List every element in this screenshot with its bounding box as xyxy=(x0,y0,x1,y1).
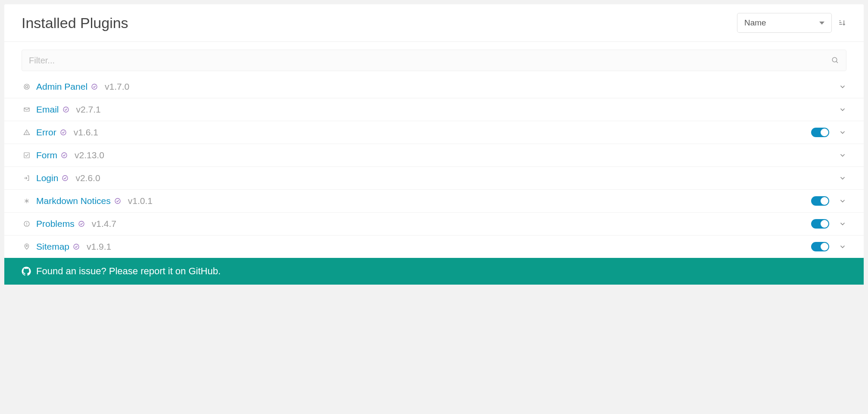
plugin-name-link[interactable]: Form xyxy=(36,150,57,160)
plugin-enable-toggle[interactable] xyxy=(811,219,829,229)
verified-icon xyxy=(91,83,98,90)
plugins-panel: Installed Plugins Name xyxy=(4,4,864,258)
verified-icon xyxy=(114,198,121,204)
svg-point-15 xyxy=(62,153,67,158)
plugin-row: Sitemap v1.9.1 xyxy=(4,235,864,258)
sort-asc-icon xyxy=(838,19,846,27)
svg-point-7 xyxy=(25,85,28,88)
plugin-name-link[interactable]: Email xyxy=(36,104,59,115)
svg-point-4 xyxy=(832,57,837,62)
svg-point-8 xyxy=(92,84,97,89)
plugin-name-link[interactable]: Sitemap xyxy=(36,242,69,252)
plugin-row: Problems v1.4.7 xyxy=(4,213,864,235)
footer-text: Found an issue? Please report it on GitH… xyxy=(36,266,221,277)
plugin-version: v1.0.1 xyxy=(128,196,153,206)
svg-rect-14 xyxy=(24,153,29,158)
plugin-name-link[interactable]: Error xyxy=(36,127,56,138)
exclaim-icon xyxy=(22,220,32,227)
svg-point-26 xyxy=(26,245,27,246)
plugin-name-link[interactable]: Problems xyxy=(36,219,75,229)
plugin-row: Admin Panel v1.7.0 xyxy=(4,75,864,98)
expand-button[interactable] xyxy=(839,243,846,251)
plugin-version: v1.4.7 xyxy=(92,219,116,229)
plugin-name-link[interactable]: Admin Panel xyxy=(36,82,87,92)
verified-icon xyxy=(73,243,80,250)
plugin-enable-toggle[interactable] xyxy=(811,128,829,137)
panel-header: Installed Plugins Name xyxy=(4,4,864,42)
svg-point-27 xyxy=(74,244,79,249)
search-icon xyxy=(831,56,839,64)
signin-icon xyxy=(22,175,32,182)
sort-select-value: Name xyxy=(744,18,766,28)
plugin-enable-toggle[interactable] xyxy=(811,196,829,206)
header-controls: Name xyxy=(737,13,846,33)
svg-point-10 xyxy=(63,107,69,112)
footer-issue-bar[interactable]: Found an issue? Please report it on GitH… xyxy=(4,258,864,285)
svg-point-17 xyxy=(62,176,68,181)
sort-direction-button[interactable] xyxy=(838,19,846,27)
filter-section xyxy=(4,42,864,75)
filter-search-button[interactable] xyxy=(831,56,839,64)
plugin-version: v2.13.0 xyxy=(75,150,104,160)
svg-point-21 xyxy=(115,198,120,204)
verified-icon xyxy=(62,175,69,182)
filter-input[interactable] xyxy=(29,56,831,66)
verified-icon xyxy=(61,152,68,159)
verified-icon xyxy=(62,106,69,113)
plugin-version: v2.6.0 xyxy=(75,173,100,183)
filter-box xyxy=(22,50,846,71)
verified-icon xyxy=(60,129,67,136)
svg-point-25 xyxy=(79,221,84,226)
expand-button[interactable] xyxy=(839,106,846,113)
plugin-row: Error v1.6.1 xyxy=(4,121,864,144)
plugin-row: Form v2.13.0 xyxy=(4,144,864,167)
plugin-version: v1.6.1 xyxy=(74,127,98,138)
page-title: Installed Plugins xyxy=(22,15,128,31)
plugin-row: Email v2.7.1 xyxy=(4,98,864,121)
plugin-name-link[interactable]: Login xyxy=(36,173,58,183)
asterisk-icon xyxy=(22,198,32,204)
plugin-version: v1.7.0 xyxy=(105,82,129,92)
check-icon xyxy=(22,152,32,159)
plugin-row: Login v2.6.0 xyxy=(4,167,864,190)
chevron-down-icon xyxy=(819,22,824,25)
expand-button[interactable] xyxy=(839,129,846,136)
expand-button[interactable] xyxy=(839,174,846,182)
svg-point-13 xyxy=(61,130,66,135)
expand-button[interactable] xyxy=(839,151,846,159)
svg-point-6 xyxy=(24,84,29,89)
expand-button[interactable] xyxy=(839,83,846,91)
plugin-version: v2.7.1 xyxy=(76,104,101,115)
expand-button[interactable] xyxy=(839,197,846,205)
verified-icon xyxy=(78,220,85,227)
sort-select[interactable]: Name xyxy=(737,13,832,33)
expand-button[interactable] xyxy=(839,220,846,228)
warning-icon xyxy=(22,129,32,136)
grav-icon xyxy=(22,83,32,90)
plugin-enable-toggle[interactable] xyxy=(811,242,829,251)
plugin-list: Admin Panel v1.7.0 Email v2.7.1 Error v1… xyxy=(4,75,864,258)
envelope-icon xyxy=(22,106,32,113)
svg-point-12 xyxy=(27,134,27,134)
plugin-name-link[interactable]: Markdown Notices xyxy=(36,196,111,206)
plugin-version: v1.9.1 xyxy=(87,242,111,252)
plugin-row: Markdown Notices v1.0.1 xyxy=(4,190,864,213)
github-icon xyxy=(22,267,31,276)
svg-point-24 xyxy=(27,225,27,226)
map-icon xyxy=(22,243,32,250)
svg-line-5 xyxy=(836,61,838,63)
